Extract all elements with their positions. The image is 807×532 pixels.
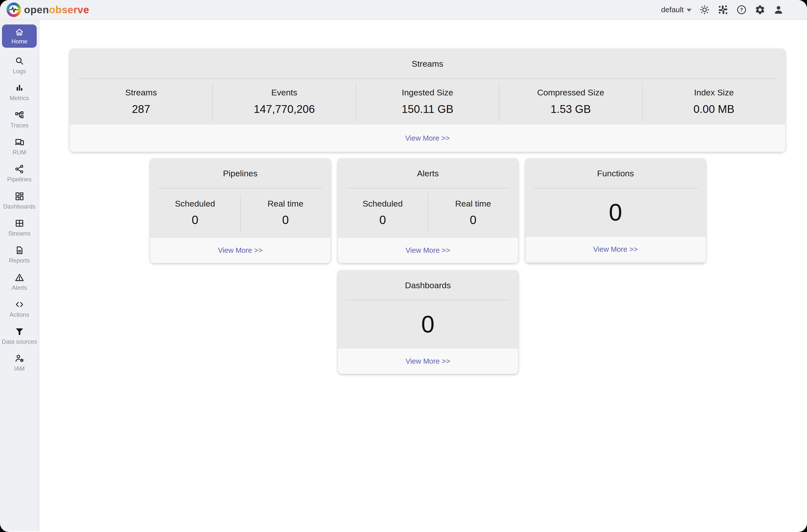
streams-view-more-link[interactable]: View More >> (405, 134, 450, 142)
stat-value: 0 (379, 213, 386, 227)
card-footer: View More >> (70, 124, 785, 152)
streams-stats-row: Streams 287 Events 147,770,206 Ingested … (70, 79, 785, 124)
main-area: Home Logs Metrics Traces RUM Pipelines (0, 20, 807, 532)
slack-icon[interactable] (717, 4, 729, 15)
stat-scheduled: Scheduled 0 (338, 189, 428, 237)
stat-value: 287 (132, 103, 150, 115)
functions-count: 0 (525, 189, 706, 236)
dashboards-view-more-link[interactable]: View More >> (406, 357, 450, 365)
organization-selector[interactable]: default (661, 5, 692, 14)
card-footer: View More >> (150, 237, 331, 263)
stat-streams: Streams 287 (70, 79, 212, 124)
theme-light-icon[interactable] (699, 4, 710, 15)
stat-label: Index Size (694, 88, 734, 97)
stat-value: 0 (192, 213, 199, 227)
functions-view-more-link[interactable]: View More >> (593, 245, 638, 253)
sidebar-item-logs[interactable]: Logs (0, 56, 39, 75)
stat-value: 0.00 MB (693, 103, 734, 115)
stat-label: Ingested Size (402, 88, 453, 97)
sidebar-item-label: Actions (10, 311, 29, 318)
stat-index-size: Index Size 0.00 MB (643, 79, 785, 124)
sidebar-item-label: Data sources (2, 338, 37, 345)
search-icon (15, 56, 24, 66)
settings-gear-icon[interactable] (754, 4, 766, 15)
sidebar-item-rum[interactable]: RUM (0, 137, 39, 156)
user-gear-icon (15, 354, 24, 363)
streams-summary-card: Streams Streams 287 Events 147,770,206 I… (70, 49, 785, 152)
sidebar-item-alerts[interactable]: Alerts (0, 272, 39, 291)
summary-cards-row: Pipelines Scheduled 0 Real time 0 (44, 158, 807, 263)
sidebar-item-label: IAM (14, 365, 25, 372)
card-title: Functions (525, 158, 706, 188)
home-icon (15, 27, 24, 37)
code-brackets-icon (15, 300, 24, 309)
alerts-stats: Scheduled 0 Real time 0 (338, 189, 518, 237)
stat-label: Events (271, 88, 297, 97)
card-title: Pipelines (150, 158, 331, 188)
heartbeat-icon (6, 2, 21, 17)
svg-text:?: ? (740, 7, 743, 13)
sidebar-item-label: Dashboards (3, 203, 36, 210)
user-icon[interactable] (773, 4, 784, 15)
organization-selector-value: default (661, 5, 683, 14)
home-content: Streams Streams 287 Events 147,770,206 I… (39, 20, 807, 532)
warning-triangle-icon (15, 272, 24, 283)
stat-label: Scheduled (175, 199, 215, 209)
stat-value: 1.53 GB (550, 103, 590, 115)
help-icon[interactable]: ? (736, 4, 747, 15)
sidebar-item-metrics[interactable]: Metrics (0, 83, 39, 102)
table-grid-icon (15, 218, 24, 228)
stat-label: Real time (455, 199, 491, 209)
openobserve-logo[interactable]: openobserve (6, 2, 89, 17)
card-title: Streams (70, 49, 785, 78)
alerts-summary-card: Alerts Scheduled 0 Real time 0 (338, 158, 518, 263)
stat-scheduled: Scheduled 0 (150, 189, 240, 237)
share-icon (15, 164, 24, 174)
stat-ingested-size: Ingested Size 150.11 GB (356, 79, 499, 124)
sidebar-item-actions[interactable]: Actions (0, 300, 39, 318)
sidebar-item-streams[interactable]: Streams (0, 218, 39, 237)
pipelines-view-more-link[interactable]: View More >> (218, 246, 262, 254)
brand-open: open (24, 4, 49, 16)
brand-text: openobserve (24, 5, 89, 15)
sidebar-item-label: Streams (8, 230, 31, 237)
stat-real-time: Real time 0 (241, 189, 331, 237)
stat-label: Streams (125, 88, 157, 97)
stat-value: 147,770,206 (254, 103, 315, 115)
sidebar-nav: Home Logs Metrics Traces RUM Pipelines (0, 20, 39, 532)
sidebar-item-iam[interactable]: IAM (0, 354, 39, 372)
chevron-down-icon (687, 9, 692, 12)
sidebar-item-label: Pipelines (7, 176, 32, 183)
devices-icon (15, 137, 24, 147)
pipelines-summary-card: Pipelines Scheduled 0 Real time 0 (150, 158, 331, 263)
sidebar-item-label: Logs (13, 68, 26, 75)
sidebar-item-traces[interactable]: Traces (0, 110, 39, 129)
stat-value: 0 (282, 213, 289, 227)
dashboards-count: 0 (338, 301, 518, 348)
sidebar-item-reports[interactable]: Reports (0, 245, 39, 264)
top-bar: openobserve default ? (0, 0, 807, 20)
dashboards-summary-card: Dashboards 0 View More >> (338, 270, 518, 374)
functions-summary-card: Functions 0 View More >> (525, 158, 706, 263)
alerts-view-more-link[interactable]: View More >> (406, 246, 450, 254)
stat-real-time: Real time 0 (428, 189, 518, 237)
stat-label: Real time (267, 199, 304, 209)
bar-chart-icon (15, 83, 24, 93)
stat-compressed-size: Compressed Size 1.53 GB (500, 79, 642, 124)
trace-nodes-icon (15, 110, 24, 120)
sidebar-item-label: Alerts (12, 284, 27, 291)
stat-value: 0 (470, 213, 476, 227)
sidebar-item-home[interactable]: Home (2, 24, 37, 48)
stat-label: Scheduled (362, 199, 403, 209)
sidebar-item-data-sources[interactable]: Data sources (0, 326, 39, 345)
sidebar-item-dashboards[interactable]: Dashboards (0, 191, 39, 210)
filter-funnel-icon (15, 326, 24, 337)
logo-ring-icon (6, 2, 21, 17)
card-footer: View More >> (338, 237, 518, 263)
sidebar-item-pipelines[interactable]: Pipelines (0, 164, 39, 183)
card-title: Alerts (338, 158, 518, 188)
stat-label: Compressed Size (537, 88, 604, 97)
sidebar-item-label: Metrics (10, 95, 29, 102)
stat-events: Events 147,770,206 (213, 79, 356, 124)
topbar-actions: default ? (661, 4, 784, 15)
